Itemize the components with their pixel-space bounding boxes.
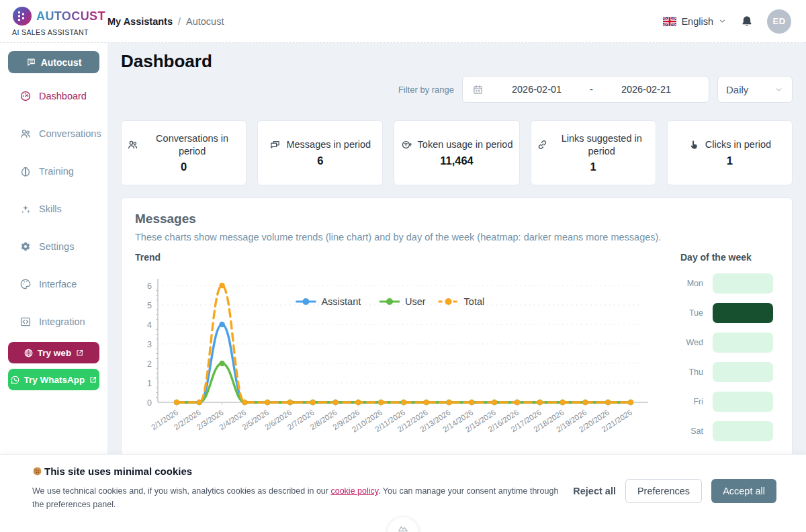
cookie-title-text: This site uses minimal cookies bbox=[44, 466, 192, 477]
start-date-value[interactable]: 2026-02-01 bbox=[484, 84, 590, 95]
svg-text:6: 6 bbox=[147, 281, 152, 291]
heatmap-cell bbox=[713, 332, 773, 353]
link-icon bbox=[537, 139, 548, 150]
whatsapp-icon bbox=[10, 375, 20, 385]
sidebar-item-label: Conversations bbox=[39, 128, 101, 139]
chat-bubble-icon bbox=[26, 57, 36, 67]
sidebar-item-dashboard[interactable]: Dashboard bbox=[0, 77, 107, 115]
calendar-icon bbox=[472, 84, 484, 95]
assistant-button-label: Autocust bbox=[41, 57, 82, 68]
stat-value: 0 bbox=[181, 161, 187, 173]
stat-value: 1 bbox=[727, 154, 733, 167]
legend-item-user[interactable]: User bbox=[379, 296, 426, 307]
try-whatsapp-button[interactable]: Try WhatsApp bbox=[8, 369, 99, 390]
heatmap-row-mon: Mon bbox=[680, 273, 778, 294]
stat-value: 6 bbox=[317, 154, 323, 167]
brand-logo: AUTOCUST AI SALES ASSISTANT bbox=[0, 6, 101, 36]
heatmap-row-tue: Tue bbox=[680, 303, 778, 323]
gear-icon bbox=[19, 240, 32, 253]
stat-label: Conversations in period bbox=[144, 132, 240, 157]
chevron-down-icon bbox=[774, 85, 784, 95]
stat-card-links-suggested-in-period: Links suggested in period 1 bbox=[531, 120, 656, 185]
sidebar-item-settings[interactable]: Settings bbox=[0, 228, 107, 265]
cookie-banner-body: We use technical cookies and, if you wis… bbox=[32, 484, 562, 511]
sidebar-item-integration[interactable]: Integration bbox=[0, 303, 107, 341]
stat-label: Clicks in period bbox=[705, 138, 771, 150]
stat-card-messages-in-period: Messages in period 6 bbox=[257, 120, 383, 185]
svg-text:User: User bbox=[405, 296, 426, 307]
reject-all-button[interactable]: Reject all bbox=[573, 486, 616, 496]
sidebar-item-interface[interactable]: Interface bbox=[0, 265, 107, 303]
cookie-icon bbox=[32, 466, 42, 476]
heatmap-cell bbox=[713, 392, 773, 412]
svg-text:1: 1 bbox=[147, 379, 152, 388]
accept-all-button[interactable]: Accept all bbox=[711, 479, 776, 503]
heatmap-row-thu: Thu bbox=[680, 362, 778, 382]
external-link-icon bbox=[89, 375, 97, 384]
heatmap-day-label: Sat bbox=[680, 427, 703, 436]
cookie-banner-title: This site uses minimal cookies bbox=[32, 466, 192, 477]
cookie-policy-link[interactable]: cookie policy bbox=[330, 486, 378, 496]
sidebar-item-label: Skills bbox=[39, 204, 62, 214]
sidebar-item-conversations[interactable]: Conversations bbox=[0, 115, 107, 152]
language-selector[interactable]: English bbox=[663, 16, 727, 27]
sidebar-item-label: Settings bbox=[39, 241, 74, 252]
sidebar-item-label: Dashboard bbox=[39, 91, 87, 101]
granularity-select[interactable]: Daily bbox=[717, 76, 793, 103]
messages-icon bbox=[269, 139, 281, 150]
heatmap-day-label: Mon bbox=[680, 279, 703, 288]
palette-icon bbox=[19, 278, 32, 290]
users-icon bbox=[19, 128, 32, 140]
svg-text:5: 5 bbox=[147, 301, 152, 310]
chevron-down-icon bbox=[718, 17, 727, 26]
day-of-week-heatmap: Mon Tue Wed Thu Fri Sat bbox=[680, 273, 778, 441]
users-icon bbox=[127, 139, 138, 150]
messages-title: Messages bbox=[135, 212, 778, 226]
stat-card-token-usage-in-period: Token usage in period 11,464 bbox=[394, 120, 519, 185]
heatmap-cell bbox=[713, 273, 773, 294]
brand-name: AUTOCUST bbox=[36, 9, 105, 24]
assistant-button[interactable]: Autocust bbox=[8, 51, 99, 73]
legend-item-total[interactable]: Total bbox=[439, 296, 485, 307]
breadcrumb-my-assistants[interactable]: My Assistants bbox=[107, 16, 173, 27]
external-link-icon bbox=[75, 349, 84, 357]
mountain-icon bbox=[397, 522, 409, 532]
heatmap-cell bbox=[713, 421, 773, 441]
trend-label: Trend bbox=[135, 252, 670, 263]
notifications-bell-button[interactable] bbox=[740, 14, 754, 29]
heatmap-cell bbox=[713, 303, 773, 323]
try-whatsapp-label: Try WhatsApp bbox=[24, 375, 85, 385]
sparkles-icon bbox=[19, 203, 32, 215]
end-date-value[interactable]: 2026-02-21 bbox=[593, 84, 699, 95]
breadcrumb-separator: / bbox=[178, 16, 181, 27]
sidebar-item-label: Integration bbox=[39, 316, 85, 327]
page-title: Dashboard bbox=[121, 51, 793, 72]
heatmap-cell bbox=[713, 362, 773, 382]
try-web-label: Try web bbox=[38, 348, 71, 358]
svg-text:3: 3 bbox=[147, 340, 152, 349]
stat-card-conversations-in-period: Conversations in period 0 bbox=[121, 120, 247, 185]
brain-icon bbox=[19, 165, 32, 177]
stats-row: Conversations in period 0 Messages in pe… bbox=[121, 120, 793, 185]
language-label: English bbox=[681, 16, 713, 27]
messages-description: These charts show message volume trends … bbox=[135, 232, 778, 242]
brand-subtitle: AI SALES ASSISTANT bbox=[12, 28, 101, 36]
try-web-button[interactable]: Try web bbox=[8, 342, 99, 363]
stat-value: 1 bbox=[590, 161, 596, 173]
stat-label: Messages in period bbox=[286, 138, 371, 150]
granularity-value: Daily bbox=[726, 84, 748, 95]
preferences-button[interactable]: Preferences bbox=[625, 479, 702, 503]
avatar[interactable]: ED bbox=[767, 9, 791, 34]
legend-item-assistant[interactable]: Assistant bbox=[296, 296, 361, 307]
heatmap-label: Day of the week bbox=[680, 252, 778, 263]
y-axis: 0123456 bbox=[147, 279, 158, 408]
sidebar-item-label: Training bbox=[39, 166, 74, 177]
svg-text:Total: Total bbox=[464, 296, 485, 307]
sidebar-item-training[interactable]: Training bbox=[0, 152, 107, 190]
svg-text:4: 4 bbox=[147, 320, 152, 330]
heatmap-row-fri: Fri bbox=[680, 392, 778, 412]
trend-chart: 01234562/1/20262/2/20262/3/20262/4/20262… bbox=[135, 268, 670, 451]
date-range-picker[interactable]: 2026-02-01 - 2026-02-21 bbox=[462, 76, 709, 103]
sidebar-item-skills[interactable]: Skills bbox=[0, 190, 107, 228]
heatmap-day-label: Tue bbox=[680, 308, 703, 318]
